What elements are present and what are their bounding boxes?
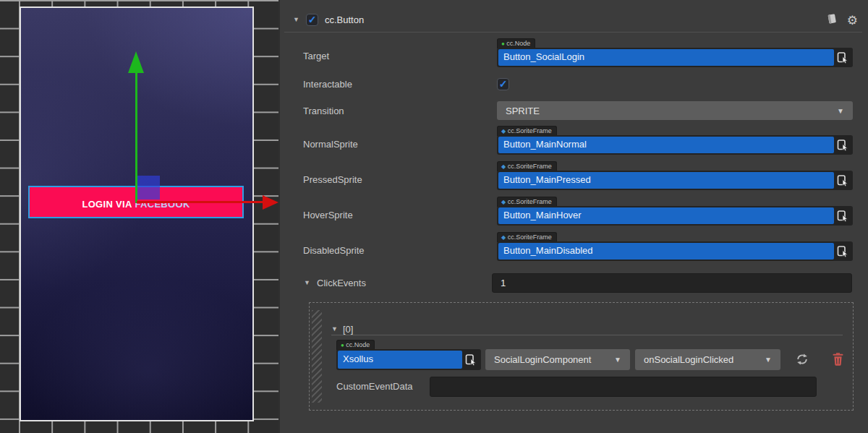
event-0-divider [331,335,843,335]
inspector-panel: ▼ ✓ cc.Button ⚙ Target ● cc.Node Button_… [278,0,868,433]
normalsprite-type-tag: ◆ cc.SoriteFrame [497,126,557,136]
hoversprite-field[interactable]: Button_MainHover [497,206,853,226]
spriteframe-type-icon: ◆ [501,163,506,170]
event-handler-dropdown[interactable]: onSocialLoginClicked▼ [635,349,780,370]
header-divider [284,32,862,33]
disabledsprite-value[interactable]: Button_MainDisabled [498,243,834,260]
hoversprite-type-tag: ◆ cc.SoriteFrame [497,197,557,207]
gear-icon[interactable]: ⚙ [847,14,858,27]
pressedsprite-type-tag: ◆ cc.SoriteFrame [497,161,557,171]
disabledsprite-label: DisabledSprite [303,245,365,257]
hoversprite-value[interactable]: Button_MainHover [498,207,834,224]
gizmo-x-axis-line[interactable] [137,201,263,203]
spriteframe-type-icon: ◆ [501,128,506,134]
spriteframe-type-icon: ◆ [501,234,506,241]
chevron-down-icon: ▼ [831,107,844,115]
gizmo-y-axis-line[interactable] [135,73,137,203]
event-refresh-button[interactable] [794,351,810,367]
node-type-icon: ● [341,342,344,348]
event-node-value[interactable]: Xsollus [338,351,462,369]
normalsprite-value[interactable]: Button_MainNormal [498,137,834,153]
clickevents-label: ClickEvents [317,278,366,289]
scene-view[interactable]: LOGIN VIA FACEBOOK [0,0,278,433]
pressedsprite-picker-icon[interactable] [834,172,851,189]
clickevents-count-input[interactable]: 1 [492,273,852,293]
interactable-checkbox[interactable]: ✓ [497,78,509,90]
target-node-picker-icon[interactable] [834,49,851,66]
clickevents-array-container: ▼ [0] ● cc.Node Xsollus SocialLoginCompo… [309,302,854,411]
normalsprite-label: NormalSprite [303,139,358,150]
hoversprite-label: HoverSprite [303,210,353,221]
chevron-down-icon: ▼ [759,356,772,364]
gizmo-xy-plane-handle[interactable] [137,176,160,200]
array-drag-handle[interactable] [312,310,322,403]
normalsprite-field[interactable]: Button_MainNormal [497,135,853,155]
interactable-label: Interactable [303,79,352,90]
design-canvas: LOGIN VIA FACEBOOK [20,7,254,421]
normalsprite-picker-icon[interactable] [834,137,851,153]
event-node-field[interactable]: Xsollus [336,349,481,370]
disabledsprite-type-tag: ◆ cc.SoriteFrame [497,232,557,242]
node-type-icon: ● [501,40,505,47]
spriteframe-type-icon: ◆ [501,199,506,205]
component-title: cc.Button [325,14,364,26]
pressedsprite-value[interactable]: Button_MainPressed [498,172,834,189]
disabledsprite-picker-icon[interactable] [834,243,851,260]
gizmo-y-axis-arrow-icon[interactable] [128,51,144,73]
pressedsprite-field[interactable]: Button_MainPressed [497,171,853,190]
disabledsprite-field[interactable]: Button_MainDisabled [497,241,853,261]
help-doc-icon[interactable] [825,12,838,28]
target-label: Target [303,51,329,62]
component-collapse-icon[interactable]: ▼ [293,16,299,23]
event-node-picker-icon[interactable] [462,351,480,369]
pressedsprite-label: PressedSprite [303,174,362,186]
target-node-value[interactable]: Button_SocialLogin [498,49,834,66]
target-type-tag: ● cc.Node [497,38,535,48]
transition-dropdown[interactable]: SPRITE▼ [497,101,853,120]
app-window: LOGIN VIA FACEBOOK ▼ ✓ cc.Button ⚙ Targe… [0,0,868,433]
gizmo-x-axis-arrow-icon[interactable] [263,195,278,210]
transition-label: Transition [303,106,344,117]
customeventdata-label: CustomEventData [336,381,413,393]
event-0-collapse-icon[interactable]: ▼ [331,325,338,333]
hoversprite-picker-icon[interactable] [834,207,851,224]
event-node-type-tag: ● cc.Node [336,340,375,350]
component-enabled-checkbox[interactable]: ✓ [306,14,318,26]
chevron-down-icon: ▼ [608,356,621,364]
target-node-field[interactable]: Button_SocialLogin [497,48,853,67]
clickevents-collapse-icon[interactable]: ▼ [304,279,310,286]
customeventdata-input[interactable] [430,377,817,397]
event-component-dropdown[interactable]: SocialLoginComponent▼ [485,349,630,370]
event-delete-trash-icon[interactable] [830,350,845,367]
event-0-index-label: [0] [343,324,353,335]
